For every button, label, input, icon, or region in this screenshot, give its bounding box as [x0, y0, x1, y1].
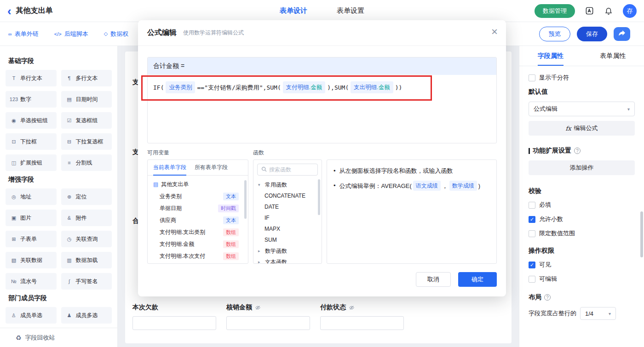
chevron-down-icon: ▾: [609, 311, 611, 316]
formula-code: ),SUM(: [327, 84, 349, 91]
palette-item[interactable]: ◷关联查询: [61, 231, 112, 247]
palette-item[interactable]: ▥数据加载: [61, 252, 112, 268]
field-token[interactable]: 支出明细.金额: [351, 81, 393, 93]
tab-current-form-fields[interactable]: 当前表单字段: [153, 160, 186, 175]
field-token[interactable]: 数学成绩: [449, 181, 477, 191]
function-group[interactable]: ▸文本函数: [253, 256, 322, 264]
palette-item[interactable]: ≡分割线: [61, 154, 112, 171]
toolbar-links: ∞表单外链 </>后端脚本 ◇数据权: [8, 30, 128, 38]
palette-item-icon: ⊡: [9, 139, 18, 145]
palette-item[interactable]: ⊞子表单: [6, 231, 57, 247]
scrollbar[interactable]: [318, 179, 320, 215]
function-search[interactable]: [257, 164, 318, 176]
palette-item[interactable]: ☑复选框组: [61, 112, 112, 129]
variable-row[interactable]: 业务类别文本: [148, 190, 248, 202]
checkbox[interactable]: [529, 230, 535, 237]
variable-row[interactable]: 支付明细.金额数组: [148, 238, 248, 250]
confirm-button[interactable]: 确定: [458, 272, 497, 287]
form-external-link[interactable]: ∞表单外链: [8, 30, 39, 38]
field-token[interactable]: 语文成绩: [413, 181, 441, 191]
checkbox[interactable]: [529, 276, 535, 283]
cancel-button[interactable]: 取消: [416, 272, 451, 287]
function-group[interactable]: ▸数学函数: [253, 245, 322, 256]
checkbox[interactable]: [529, 74, 535, 81]
close-icon[interactable]: ×: [491, 26, 498, 37]
palette-item[interactable]: T单行文本: [6, 70, 57, 86]
search-input[interactable]: [269, 166, 311, 173]
back-button[interactable]: ‹: [7, 1, 12, 21]
data-permission-link[interactable]: ◇数据权: [104, 30, 128, 38]
avatar[interactable]: 存: [623, 4, 637, 18]
variable-row[interactable]: 支付明细.本次支付数组: [148, 250, 248, 262]
variable-root[interactable]: ▤其他支出单: [148, 178, 248, 190]
checkbox[interactable]: ✓: [529, 216, 535, 223]
checkbox[interactable]: [529, 202, 535, 209]
variable-row[interactable]: 支付明细.支出类别数组: [148, 226, 248, 238]
checkbox[interactable]: ✓: [529, 262, 535, 268]
palette-item[interactable]: ∫手写签名: [61, 273, 112, 290]
palette-item[interactable]: ◫扩展按钮: [6, 154, 57, 171]
formula-input-area[interactable]: IF(业务类别=="支付销售/采购费用",SUM(支付明细.金额),SUM(支出…: [148, 75, 496, 143]
field-token-sub: .金额: [377, 82, 390, 93]
palette-item[interactable]: №流水号: [6, 273, 57, 290]
variable-row[interactable]: 供应商文本: [148, 214, 248, 226]
scrollbar[interactable]: [244, 180, 247, 219]
palette-item-label: 地址: [20, 193, 31, 201]
tab-all-form-fields[interactable]: 所有表单字段: [195, 160, 228, 175]
formula-code: )): [395, 84, 402, 91]
backend-script-link[interactable]: </>后端脚本: [54, 30, 88, 38]
palette-item[interactable]: ⊟下拉复选框: [61, 133, 112, 150]
function-item[interactable]: CONCATENATE: [253, 190, 322, 201]
tab-form-settings[interactable]: 表单设置: [337, 6, 364, 15]
palette-item[interactable]: ⊕定位: [61, 188, 112, 205]
palette-item-label: 成员单选: [20, 312, 42, 319]
palette-item-icon: №: [9, 279, 18, 284]
palette-item[interactable]: ◎地址: [6, 188, 57, 205]
canvas-field-input[interactable]: [320, 316, 404, 330]
palette-item[interactable]: ♙成员单选: [6, 307, 57, 324]
share-icon: [618, 30, 626, 38]
variable-row[interactable]: 单据日期时间戳: [148, 202, 248, 214]
tab-form-properties[interactable]: 表单属性: [582, 46, 644, 66]
data-manage-button[interactable]: 数据管理: [535, 4, 575, 18]
tab-form-design[interactable]: 表单设计: [280, 6, 307, 15]
canvas-field-input[interactable]: [226, 316, 310, 330]
palette-item[interactable]: 123数字: [6, 91, 57, 108]
function-item[interactable]: DATE: [253, 201, 322, 212]
help-icon[interactable]: ?: [574, 148, 581, 154]
palette-item-icon: ◎: [9, 194, 18, 200]
canvas-field-input[interactable]: [132, 316, 216, 330]
palette-item[interactable]: ▣图片: [6, 210, 57, 226]
function-item[interactable]: MAPX: [253, 223, 322, 234]
field-token[interactable]: 支付明细.金额: [283, 81, 325, 93]
function-item[interactable]: SUM: [253, 234, 322, 245]
function-item[interactable]: IF: [253, 212, 322, 223]
field-token-main: 语文成绩: [416, 181, 438, 191]
palette-item-icon: ♙: [9, 313, 18, 319]
save-button[interactable]: 保存: [577, 27, 607, 41]
tab-field-properties[interactable]: 字段属性: [519, 46, 582, 66]
field-token[interactable]: 业务类别: [166, 81, 195, 93]
palette-item[interactable]: ¶多行文本: [61, 70, 112, 86]
default-value-select[interactable]: 公式编辑 ▾: [529, 102, 635, 116]
palette-item[interactable]: ◉单选按钮组: [6, 112, 57, 129]
palette-item[interactable]: ▧关联数据: [6, 252, 57, 268]
field-width-select[interactable]: 1/4 ▾: [580, 307, 616, 320]
palette-item[interactable]: ▤日期时间: [61, 91, 112, 108]
help-icon[interactable]: ?: [544, 294, 551, 301]
palette-item[interactable]: ♟成员多选: [61, 307, 112, 324]
edit-formula-button[interactable]: fx 编辑公式: [529, 121, 635, 136]
function-group-label: 文本函数: [265, 258, 287, 264]
palette-item[interactable]: ⊡下拉框: [6, 133, 57, 150]
palette-item-label: 数字: [20, 96, 31, 103]
language-icon[interactable]: [584, 6, 594, 16]
notification-icon[interactable]: [604, 6, 614, 16]
palette-item[interactable]: &附件: [61, 210, 112, 226]
function-group[interactable]: ▾常用函数: [253, 179, 322, 190]
add-action-button[interactable]: 添加操作: [529, 160, 635, 175]
field-token-main: 支出明细: [354, 82, 377, 93]
scrollbar[interactable]: [640, 211, 643, 257]
preview-button[interactable]: 预览: [539, 27, 570, 41]
recycle-bin[interactable]: ♻ 字段回收站: [0, 328, 117, 347]
share-button[interactable]: [614, 27, 630, 41]
